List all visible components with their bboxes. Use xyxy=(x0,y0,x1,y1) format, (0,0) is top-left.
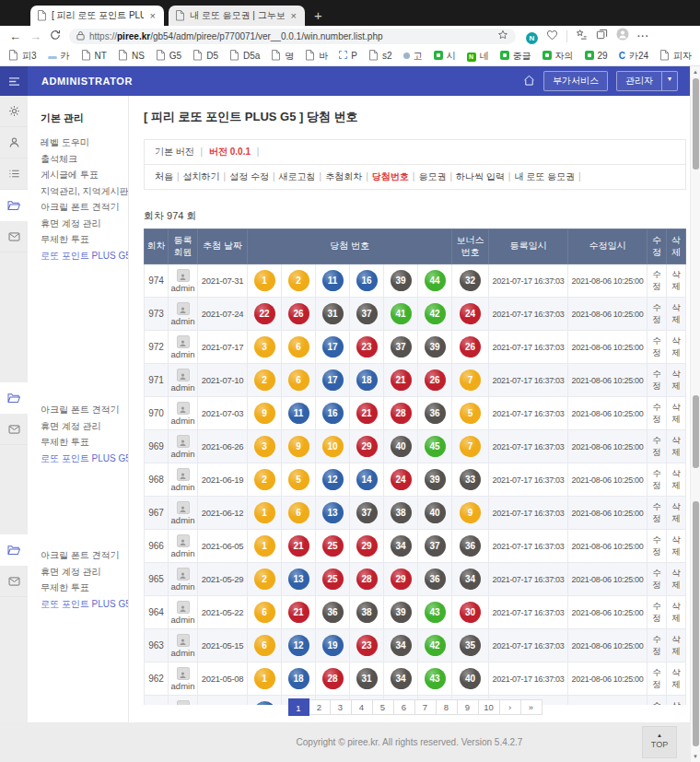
bookmark-item[interactable]: 29 xyxy=(585,51,608,62)
new-tab-button[interactable]: + xyxy=(314,8,322,22)
bookmark-item[interactable]: NT xyxy=(81,49,107,63)
addon-services-button[interactable]: 부가서비스 xyxy=(543,71,608,91)
bookmark-item[interactable]: D5a xyxy=(229,49,260,63)
folder-icon[interactable] xyxy=(0,382,28,414)
sidebar-item[interactable]: 지역관리, 지역게시판 xyxy=(41,183,128,200)
bookmark-item[interactable]: N네 xyxy=(467,50,489,63)
page-button[interactable]: 7 xyxy=(415,699,437,715)
delete-link[interactable]: 삭제 xyxy=(671,468,681,490)
bookmark-item[interactable]: C카24 xyxy=(619,50,648,63)
page-button[interactable]: 3 xyxy=(331,699,352,715)
bookmark-item[interactable]: 피3 xyxy=(8,49,37,63)
sidebar-item[interactable]: 무제한 투표 xyxy=(41,231,128,248)
edit-link[interactable]: 수정 xyxy=(652,302,661,324)
browser-tab-active[interactable]: [ 피리 로또 포인트 PLUS G5 ] 당 × xyxy=(30,6,164,26)
nav-link[interactable]: 추첨회차 xyxy=(325,171,362,182)
gear-icon[interactable] xyxy=(0,96,28,127)
home-icon[interactable] xyxy=(523,73,535,89)
bookmark-item[interactable]: 카 xyxy=(48,50,70,63)
delete-link[interactable]: 삭제 xyxy=(671,402,681,424)
nav-link[interactable]: 내 로또 응모권 xyxy=(514,171,575,182)
delete-link[interactable]: 삭제 xyxy=(671,369,681,391)
delete-link[interactable]: 삭제 xyxy=(671,335,681,358)
edit-link[interactable]: 수정 xyxy=(652,568,661,590)
page-button[interactable]: 9 xyxy=(458,699,479,715)
delete-link[interactable]: 삭제 xyxy=(671,634,681,656)
delete-link[interactable]: 삭제 xyxy=(671,302,681,324)
sidebar-item[interactable]: 레벨 도우미 xyxy=(41,135,128,151)
account-dropdown[interactable]: 관리자 ▾ xyxy=(616,71,678,91)
scrollbar-thumb[interactable] xyxy=(693,78,699,170)
nav-link[interactable]: 당첨번호 xyxy=(372,171,409,182)
edit-link[interactable]: 수정 xyxy=(652,601,661,623)
sidebar-item[interactable]: 로또 포인트 PLUS G5 xyxy=(41,596,128,613)
forward-icon[interactable]: → xyxy=(29,30,41,42)
edit-link[interactable]: 수정 xyxy=(652,534,661,557)
delete-link[interactable]: 삭제 xyxy=(671,667,681,689)
edit-link[interactable]: 수정 xyxy=(652,468,661,490)
person-icon[interactable] xyxy=(0,127,28,158)
page-button[interactable]: 2 xyxy=(309,699,331,715)
sidebar-item[interactable]: 휴면 계정 관리 xyxy=(41,216,128,232)
favorites-icon[interactable] xyxy=(576,28,588,44)
bookmark-item[interactable]: G5 xyxy=(156,49,181,63)
vertical-scrollbar[interactable]: ▲ ▼ xyxy=(690,66,700,762)
delete-link[interactable]: 삭제 xyxy=(671,534,681,557)
page-button[interactable]: 10 xyxy=(479,699,500,715)
sidebar-item[interactable]: 아크릴 폰트 견적기 xyxy=(41,402,128,418)
settings-menu-icon[interactable]: ··· xyxy=(637,31,649,41)
bookmark-item[interactable]: s2 xyxy=(368,49,392,63)
bookmark-item[interactable]: NS xyxy=(118,49,145,63)
edit-link[interactable]: 수정 xyxy=(652,501,661,523)
tab-close-icon[interactable]: × xyxy=(148,10,158,21)
page-button[interactable]: 4 xyxy=(352,699,373,715)
tab-close-icon[interactable]: × xyxy=(289,10,298,21)
scroll-top-button[interactable]: ▲ TOP xyxy=(642,726,677,758)
sidebar-item[interactable]: 게시글에 투표 xyxy=(41,167,128,183)
page-button[interactable]: 8 xyxy=(437,699,458,715)
envelope-icon[interactable] xyxy=(0,414,28,445)
next-page-button[interactable]: › xyxy=(500,699,521,715)
page-button[interactable]: 6 xyxy=(394,699,415,715)
folder-icon[interactable] xyxy=(0,534,28,566)
sidebar-toggle[interactable] xyxy=(0,66,28,96)
browser-essentials-icon[interactable] xyxy=(546,28,558,44)
sidebar-item[interactable]: 아크릴 폰트 견적기 xyxy=(41,547,128,564)
collections-icon[interactable] xyxy=(596,28,608,44)
sidebar-item[interactable]: 출석체크 xyxy=(41,151,128,168)
bookmark-item[interactable]: 피자 xyxy=(659,49,692,63)
delete-link[interactable]: 삭제 xyxy=(671,601,681,623)
nav-link[interactable]: 설치하기 xyxy=(183,171,220,182)
edit-link[interactable]: 수정 xyxy=(652,667,661,689)
edit-link[interactable]: 수정 xyxy=(652,402,661,424)
scrollbar-up-icon[interactable]: ▲ xyxy=(691,69,700,75)
chevron-down-icon[interactable]: ▾ xyxy=(661,72,677,90)
sidebar-item[interactable]: 휴면 계정 관리 xyxy=(41,564,128,580)
refresh-icon[interactable] xyxy=(50,28,61,44)
bookmark-item[interactable]: 자의 xyxy=(542,50,574,63)
sidebar-item[interactable]: 무제한 투표 xyxy=(41,580,128,596)
sidebar-item[interactable]: 아크릴 폰트 견적기 xyxy=(41,199,128,216)
delete-link[interactable]: 삭제 xyxy=(671,269,681,291)
page-button[interactable]: 1 xyxy=(288,698,309,716)
address-bar[interactable]: https://piree.kr/gb54/adm/piree/p770071/… xyxy=(69,29,516,44)
add-favorite-star-icon[interactable] xyxy=(497,29,508,42)
bookmark-item[interactable]: 중글 xyxy=(500,50,531,63)
nav-link[interactable]: 처음 xyxy=(155,171,173,182)
bookmark-item[interactable]: 시 xyxy=(434,50,456,63)
bookmark-item[interactable]: P xyxy=(339,51,357,61)
profile-avatar[interactable] xyxy=(616,28,629,44)
edit-link[interactable]: 수정 xyxy=(652,335,661,358)
nav-link[interactable]: 새로고침 xyxy=(279,171,316,182)
envelope-icon[interactable] xyxy=(0,566,28,597)
folder-icon[interactable] xyxy=(0,190,28,221)
list-icon[interactable] xyxy=(0,158,28,190)
bookmark-item[interactable]: 명 xyxy=(271,49,294,63)
edit-link[interactable]: 수정 xyxy=(652,435,661,457)
sidebar-item[interactable]: 로또 포인트 PLUS G5 xyxy=(41,451,128,467)
page-button[interactable]: 5 xyxy=(373,699,394,715)
bookmark-item[interactable]: 바 xyxy=(305,49,328,63)
browser-tab-inactive[interactable]: 내 로또 응모권 | 그누보드5 × xyxy=(169,6,305,26)
bookmark-item[interactable]: D5 xyxy=(192,49,218,63)
nav-link[interactable]: 하나씩 입력 xyxy=(456,171,505,182)
